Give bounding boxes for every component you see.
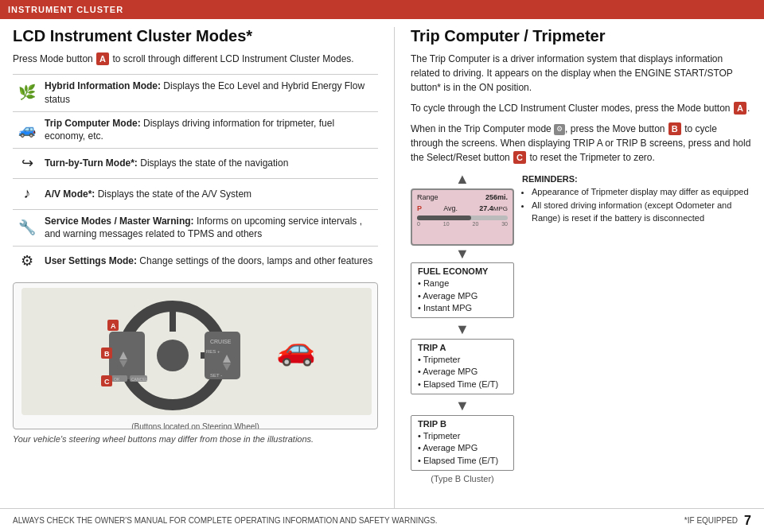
steering-area: CRUISE RES + SET - OK CANCEL (13, 282, 378, 429)
turn-icon-cell: ↪ (13, 149, 41, 179)
fuel-economy-box: FUEL ECONOMY Range Average MPG Instant M… (411, 262, 514, 318)
right-para3: When in the Trip Computer mode ⚙, press … (411, 122, 751, 165)
service-desc: Service Modes / Master Warning: Informs … (41, 209, 378, 247)
mode-row-turn: ↪ Turn-by-Turn Mode*: Displays the state… (13, 149, 378, 179)
turn-icon: ↪ (21, 155, 33, 171)
mode-row-trip-computer: 🚙 Trip Computer Mode: Displays driving i… (13, 111, 378, 149)
settings-label: User Settings Mode: (45, 255, 137, 266)
trip-a-list: Tripmeter Average MPG Elapsed Time (E/T) (418, 354, 507, 390)
mode-row-hybrid: 🌿 Hybrid Information Mode: Displays the … (13, 75, 378, 112)
turn-label: Turn-by-Turn Mode*: (45, 157, 138, 169)
trip-diagram: ▲ Range 256mi. P Avg. 27.4MPG (411, 171, 751, 483)
trip-b-avg-mpg: Average MPG (418, 442, 507, 454)
arrow-down-3: ▼ (411, 398, 514, 415)
footer-right-text: *IF EQUIPPED (684, 516, 738, 525)
av-icon-cell: ♪ (13, 179, 41, 209)
trip-b-title: TRIP B (418, 419, 507, 429)
steering-wheel-svg: CRUISE RES + SET - OK CANCEL (21, 288, 372, 415)
steering-wheel-illustration: CRUISE RES + SET - OK CANCEL (21, 288, 369, 419)
reminders-list: Appearance of Tripmeter display may diff… (522, 186, 751, 224)
italic-note: Your vehicle's steering wheel buttons ma… (13, 434, 378, 444)
left-intro: Press Mode button A to scroll through di… (13, 52, 378, 66)
trip-a-box: TRIP A Tripmeter Average MPG Elapsed Tim… (411, 339, 514, 394)
page-number: 7 (744, 514, 751, 528)
mode-row-service: 🔧 Service Modes / Master Warning: Inform… (13, 209, 378, 247)
reminder-item-2: All stored driving information (except O… (532, 200, 751, 224)
fuel-economy-list: Range Average MPG Instant MPG (418, 278, 507, 314)
gauge-labels: 0102030 (417, 221, 508, 227)
fuel-economy-item-range: Range (418, 278, 507, 289)
trip-a-tripmeter: Tripmeter (418, 354, 507, 366)
arrow-down-2: ▼ (411, 321, 514, 339)
trip-b-list: Tripmeter Average MPG Elapsed Time (E/T) (418, 430, 507, 467)
trip-b-tripmeter: Tripmeter (418, 430, 507, 442)
svg-text:C: C (104, 378, 110, 386)
av-desc: A/V Mode*: Displays the state of the A/V… (41, 179, 378, 209)
trip-computer-desc: Trip Computer Mode: Displays driving inf… (41, 111, 378, 149)
service-icon-cell: 🔧 (13, 209, 41, 247)
cluster-display-area: ▲ Range 256mi. P Avg. 27.4MPG (411, 171, 514, 483)
trip-a-avg-mpg: Average MPG (418, 366, 507, 378)
type-b-caption: (Type B Cluster) (411, 474, 514, 483)
arrow-up-top: ▲ (411, 171, 514, 188)
fuel-economy-item-avg-mpg: Average MPG (418, 290, 507, 302)
hybrid-label: Hybrid Information Mode: (45, 80, 161, 91)
mode-row-av: ♪ A/V Mode*: Displays the state of the A… (13, 179, 378, 209)
left-column: LCD Instrument Cluster Modes* Press Mode… (13, 27, 395, 508)
svg-text:OK: OK (114, 377, 120, 382)
cluster-row1: Range 256mi. (417, 193, 508, 201)
av-label: A/V Mode*: (45, 188, 95, 200)
badge-b-right: B (668, 122, 681, 135)
svg-text:🚗: 🚗 (276, 329, 316, 367)
svg-text:CANCEL: CANCEL (131, 377, 148, 382)
footer-bar: ALWAYS CHECK THE OWNER'S MANUAL FOR COMP… (0, 508, 764, 532)
hybrid-desc: Hybrid Information Mode: Displays the Ec… (41, 75, 378, 112)
reminder-item-1: Appearance of Tripmeter display may diff… (532, 186, 751, 198)
svg-text:A: A (111, 322, 116, 330)
left-section-title: LCD Instrument Cluster Modes* (13, 27, 378, 45)
gauge-bar (417, 216, 508, 220)
arrow-down-1: ▼ (411, 246, 514, 263)
range-label: Range (417, 193, 439, 201)
settings-icon-cell: ⚙ (13, 247, 41, 277)
p-label: P (417, 204, 422, 212)
avg-label: Avg. (443, 204, 458, 212)
svg-rect-6 (109, 332, 145, 379)
right-column: Trip Computer / Tripmeter The Trip Compu… (395, 27, 751, 508)
main-content: LCD Instrument Cluster Modes* Press Mode… (0, 19, 764, 508)
right-para1: The Trip Computer is a driver informatio… (411, 52, 751, 95)
settings-desc: User Settings Mode: Change settings of t… (41, 247, 378, 277)
settings-icon: ⚙ (21, 253, 33, 269)
cluster-screen: Range 256mi. P Avg. 27.4MPG 0102030 (411, 188, 514, 246)
hybrid-icon: 🌿 (18, 84, 36, 100)
service-label: Service Modes / Master Warning: (45, 216, 194, 227)
mode-table: 🌿 Hybrid Information Mode: Displays the … (13, 74, 378, 276)
cluster-row2: P Avg. 27.4MPG (417, 204, 508, 212)
fuel-economy-title: FUEL ECONOMY (418, 266, 507, 276)
steering-caption: (Buttons located on Steering Wheel) (21, 422, 369, 429)
footer-right: *IF EQUIPPED 7 (684, 514, 751, 528)
fuel-economy-item-instant-mpg: Instant MPG (418, 302, 507, 314)
trip-a-title: TRIP A (418, 343, 507, 352)
range-value: 256mi. (485, 193, 508, 201)
header-title: INSTRUMENT CLUSTER (8, 5, 123, 14)
hybrid-icon-cell: 🌿 (13, 75, 41, 112)
right-section-title: Trip Computer / Tripmeter (411, 27, 751, 45)
header-bar: INSTRUMENT CLUSTER (0, 0, 764, 19)
svg-point-5 (157, 340, 189, 371)
reminders-title: REMINDERS: (522, 174, 751, 184)
mode-row-user-settings: ⚙ User Settings Mode: Change settings of… (13, 247, 378, 277)
avg-value: 27.4MPG (479, 204, 508, 212)
badge-c-right: C (513, 151, 526, 164)
service-icon: 🔧 (18, 219, 36, 235)
trip-computer-label: Trip Computer Mode: (45, 118, 141, 129)
trip-b-elapsed: Elapsed Time (E/T) (418, 455, 507, 467)
svg-text:RES +: RES + (206, 349, 220, 354)
reminders-box: REMINDERS: Appearance of Tripmeter displ… (522, 174, 751, 483)
trip-mode-icon: ⚙ (554, 124, 565, 135)
trip-computer-icon: 🚙 (18, 122, 36, 138)
gauge-bar-fill (417, 216, 471, 220)
trip-icon-cell: 🚙 (13, 111, 41, 149)
badge-a-inline: A (96, 52, 109, 65)
svg-text:SET -: SET - (210, 373, 222, 378)
